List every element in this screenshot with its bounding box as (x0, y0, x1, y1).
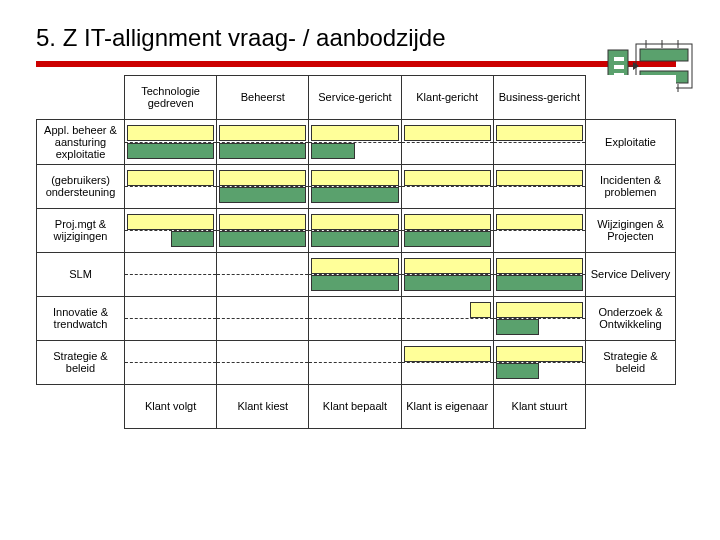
svg-rect-5 (640, 49, 688, 61)
matrix-cell (493, 119, 585, 164)
footer-label: Klant stuurt (493, 384, 585, 428)
svg-rect-1 (614, 57, 624, 61)
row-label: SLM (37, 252, 125, 296)
matrix-cell (309, 340, 401, 384)
matrix-cell (309, 119, 401, 164)
matrix-cell (125, 252, 217, 296)
blank-cell (37, 384, 125, 428)
footer-label: Klant is eigenaar (401, 384, 493, 428)
footer-label: Klant volgt (125, 384, 217, 428)
matrix-cell (493, 340, 585, 384)
matrix-cell (217, 208, 309, 252)
matrix-cell (217, 296, 309, 340)
svg-rect-2 (614, 65, 624, 69)
row-label: Strategie & beleid (37, 340, 125, 384)
row-right-label: Strategie & beleid (586, 340, 676, 384)
alignment-matrix: Technologie gedreven Beheerst Service-ge… (36, 75, 676, 429)
col-header: Beheerst (217, 75, 309, 119)
matrix-cell (401, 119, 493, 164)
matrix-cell (401, 252, 493, 296)
matrix-cell (217, 164, 309, 208)
matrix-cell (125, 164, 217, 208)
matrix-cell (401, 340, 493, 384)
row-right-label: Exploitatie (586, 119, 676, 164)
col-header: Service-gericht (309, 75, 401, 119)
blank-cell (37, 75, 125, 119)
blank-cell (586, 75, 676, 119)
matrix-cell (125, 119, 217, 164)
matrix-cell (493, 208, 585, 252)
row-label: (gebruikers) ondersteuning (37, 164, 125, 208)
col-header: Klant-gericht (401, 75, 493, 119)
row-right-label: Onderzoek & Ontwikkeling (586, 296, 676, 340)
matrix-cell (401, 164, 493, 208)
matrix-cell (125, 296, 217, 340)
matrix-cell (217, 340, 309, 384)
row-label: Proj.mgt & wijzigingen (37, 208, 125, 252)
blank-cell (586, 384, 676, 428)
footer-label: Klant bepaalt (309, 384, 401, 428)
row-label: Innovatie & trendwatch (37, 296, 125, 340)
matrix-cell (217, 119, 309, 164)
col-header: Business-gericht (493, 75, 585, 119)
matrix-cell (309, 296, 401, 340)
matrix-cell (309, 208, 401, 252)
title-rule (36, 61, 676, 67)
matrix-cell (493, 164, 585, 208)
col-header: Technologie gedreven (125, 75, 217, 119)
row-label: Appl. beheer & aansturing exploitatie (37, 119, 125, 164)
matrix-cell (309, 252, 401, 296)
matrix-cell (493, 252, 585, 296)
footer-label: Klant kiest (217, 384, 309, 428)
row-right-label: Incidenten & problemen (586, 164, 676, 208)
matrix-cell (401, 208, 493, 252)
matrix-cell (309, 164, 401, 208)
row-right-label: Service Delivery (586, 252, 676, 296)
slide-title: 5. Z IT-allignment vraag- / aanbodzijde (36, 24, 692, 53)
matrix-cell (493, 296, 585, 340)
matrix-cell (401, 296, 493, 340)
matrix-cell (125, 208, 217, 252)
matrix-cell (217, 252, 309, 296)
row-right-label: Wijzigingen & Projecten (586, 208, 676, 252)
matrix-cell (125, 340, 217, 384)
